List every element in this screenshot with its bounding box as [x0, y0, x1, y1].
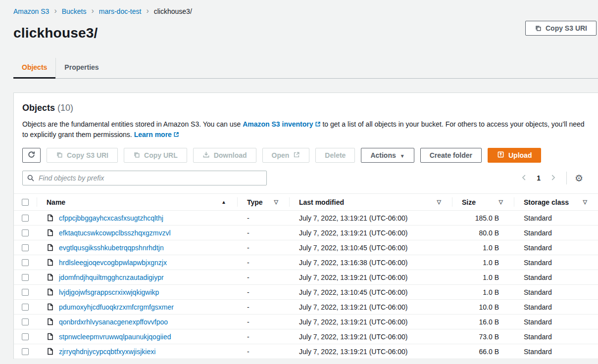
find-objects-search-input[interactable]	[22, 171, 267, 185]
refresh-button[interactable]	[22, 148, 41, 163]
object-type: -	[237, 315, 289, 329]
column-header-size[interactable]: Size ▽	[452, 194, 514, 210]
object-storage-class: Standard	[514, 226, 598, 240]
objects-panel: Objects (10) Objects are the fundamental…	[13, 92, 598, 359]
sort-indicator-icon: ▽	[437, 199, 441, 205]
objects-toolbar: Copy S3 URI Copy URL Download Open Delet…	[22, 148, 589, 163]
previous-page-button[interactable]	[518, 172, 531, 184]
tab-properties[interactable]: Properties	[55, 58, 107, 79]
row-checkbox[interactable]	[22, 244, 29, 251]
object-name-link[interactable]: efktaqtucswkcowpclbsszhqxgzmvzvl	[59, 229, 171, 237]
learn-more-link[interactable]: Learn more	[134, 131, 179, 138]
amazon-s3-inventory-link[interactable]: Amazon S3 inventory	[243, 120, 320, 128]
row-checkbox[interactable]	[22, 215, 29, 222]
object-size: 10.0 B	[452, 300, 514, 314]
object-name-link[interactable]: evgtlqusgiksshkubetrqqpshnrhdtjn	[59, 244, 164, 252]
copy-s3-uri-header-label: Copy S3 URI	[546, 24, 587, 32]
breadcrumb-amazon-s3[interactable]: Amazon S3	[13, 7, 49, 15]
column-header-storage-class[interactable]: Storage class ▽	[514, 194, 598, 210]
open-button[interactable]: Open	[262, 148, 310, 163]
row-checkbox[interactable]	[22, 289, 29, 296]
current-page-number[interactable]: 1	[533, 174, 545, 182]
object-storage-class: Standard	[514, 315, 598, 329]
row-checkbox[interactable]	[22, 274, 29, 281]
object-name-link[interactable]: pdumoxyhjcdfuoqkrzxmfcrgmfgsxmer	[59, 303, 174, 311]
chevron-right-icon: ›	[92, 7, 94, 15]
file-icon	[47, 303, 54, 311]
file-icon	[47, 348, 54, 355]
object-size: 1.0 B	[452, 270, 514, 284]
object-last-modified: July 7, 2022, 13:19:21 (UTC-06:00)	[289, 315, 452, 329]
object-name-link[interactable]: hrdlsleegjoqevcogbpwlapwbjxgnzjx	[59, 259, 167, 267]
select-all-checkbox[interactable]	[22, 199, 29, 206]
object-type: -	[237, 255, 289, 270]
table-header-row: Name ▲ Type ▽ Last modified ▽ Size ▽ Sto…	[14, 193, 598, 211]
row-checkbox[interactable]	[22, 348, 29, 355]
object-type: -	[237, 300, 289, 314]
copy-icon	[56, 151, 63, 160]
column-header-type-label: Type	[247, 198, 263, 206]
download-button[interactable]: Download	[193, 148, 256, 163]
sort-indicator-icon: ▽	[274, 199, 278, 205]
object-size: 1.0 B	[452, 285, 514, 299]
table-row: zjrryqhdnjycypcqbtfxyxwjisjkiexi - July …	[14, 344, 598, 359]
column-header-storage-class-label: Storage class	[524, 198, 569, 206]
object-name-link[interactable]: jdomfndjhquiltmgghcnzautadigiypr	[59, 273, 164, 281]
table-row: evgtlqusgiksshkubetrqqpshnrhdtjn - July …	[14, 240, 598, 255]
chevron-right-icon	[549, 174, 556, 182]
row-checkbox[interactable]	[22, 229, 29, 236]
copy-s3-uri-header-button[interactable]: Copy S3 URI	[525, 21, 597, 36]
breadcrumb-buckets[interactable]: Buckets	[62, 7, 87, 15]
tab-objects[interactable]: Objects	[13, 58, 55, 79]
page-title: clickhouse3/	[13, 25, 598, 41]
copy-icon	[133, 151, 140, 160]
file-icon	[47, 273, 54, 281]
preferences-gear-button[interactable]: ⚙	[575, 174, 583, 183]
file-icon	[47, 259, 54, 266]
object-name-link[interactable]: stpnwcleepmvruwwqlpaunukjqogiied	[59, 333, 171, 341]
row-checkbox[interactable]	[22, 333, 29, 340]
external-link-icon	[293, 151, 300, 160]
object-storage-class: Standard	[514, 344, 598, 359]
tab-bar: Objects Properties	[0, 58, 598, 79]
row-checkbox[interactable]	[22, 304, 29, 311]
sort-indicator-icon: ▽	[583, 199, 587, 205]
column-header-size-label: Size	[462, 198, 476, 206]
object-storage-class: Standard	[514, 270, 598, 284]
description-text-1: Objects are the fundamental entities sto…	[22, 120, 241, 128]
copy-s3-uri-button[interactable]: Copy S3 URI	[47, 148, 118, 163]
delete-button[interactable]: Delete	[315, 148, 355, 163]
object-size: 16.0 B	[452, 315, 514, 329]
file-icon	[47, 229, 54, 236]
file-icon	[47, 318, 54, 325]
copy-url-button[interactable]: Copy URL	[124, 148, 187, 163]
object-size: 66.0 B	[452, 344, 514, 359]
object-last-modified: July 7, 2022, 13:19:21 (UTC-06:00)	[289, 270, 452, 284]
object-size: 73.0 B	[452, 329, 514, 344]
column-header-name[interactable]: Name ▲	[37, 194, 237, 210]
file-icon	[47, 288, 54, 296]
actions-dropdown-button[interactable]: Actions ▼	[361, 148, 414, 163]
next-page-button[interactable]	[547, 172, 559, 184]
object-storage-class: Standard	[514, 329, 598, 344]
object-name-link[interactable]: zjrryqhdnjycypcqbtfxyxwjisjkiexi	[59, 348, 155, 356]
upload-button[interactable]: Upload	[488, 148, 541, 163]
column-header-last-modified[interactable]: Last modified ▽	[289, 194, 452, 210]
object-name-link[interactable]: cfppcjbbggayhcxcasfxsugtzhcqlthj	[59, 214, 163, 222]
object-last-modified: July 7, 2022, 13:19:21 (UTC-06:00)	[289, 211, 452, 225]
chevron-left-icon	[521, 174, 528, 182]
breadcrumb-bucket-name[interactable]: mars-doc-test	[99, 7, 142, 15]
upload-label: Upload	[508, 151, 532, 159]
column-header-type[interactable]: Type ▽	[237, 194, 289, 210]
object-name-link[interactable]: lvjdjgojwfsgrappscrxixwjqkigwikp	[59, 288, 159, 296]
object-name-link[interactable]: qonbrdxrhlvysanacgenexpffovvfpoo	[59, 318, 168, 326]
caret-down-icon: ▼	[400, 153, 405, 159]
objects-count: (10)	[57, 103, 73, 113]
create-folder-button[interactable]: Create folder	[420, 148, 482, 163]
delete-label: Delete	[325, 151, 346, 159]
table-body: cfppcjbbggayhcxcasfxsugtzhcqlthj - July …	[14, 211, 598, 359]
row-checkbox[interactable]	[22, 259, 29, 266]
object-type: -	[237, 211, 289, 225]
table-row: qonbrdxrhlvysanacgenexpffovvfpoo - July …	[14, 315, 598, 329]
row-checkbox[interactable]	[22, 318, 29, 325]
